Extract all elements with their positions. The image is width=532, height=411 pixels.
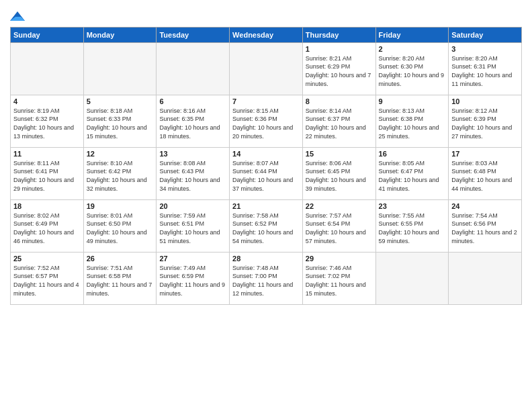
day-info: Sunrise: 8:20 AMSunset: 6:31 PMDaylight:… — [451, 54, 519, 88]
calendar-cell: 17Sunrise: 8:03 AMSunset: 6:48 PMDayligh… — [449, 147, 522, 199]
calendar-cell: 24Sunrise: 7:54 AMSunset: 6:56 PMDayligh… — [449, 199, 522, 252]
calendar-cell: 16Sunrise: 8:05 AMSunset: 6:47 PMDayligh… — [375, 147, 449, 199]
day-info: Sunrise: 7:51 AMSunset: 6:58 PMDaylight:… — [87, 264, 154, 298]
day-info: Sunrise: 7:46 AMSunset: 7:02 PMDaylight:… — [306, 264, 373, 298]
calendar-cell: 7Sunrise: 8:15 AMSunset: 6:36 PMDaylight… — [230, 95, 303, 147]
calendar-table: SundayMondayTuesdayWednesdayThursdayFrid… — [10, 27, 522, 305]
weekday-header-monday: Monday — [83, 27, 157, 42]
calendar-cell — [157, 42, 230, 95]
day-info: Sunrise: 8:21 AMSunset: 6:29 PMDaylight:… — [306, 54, 373, 88]
day-info: Sunrise: 7:55 AMSunset: 6:55 PMDaylight:… — [379, 212, 446, 245]
day-number: 26 — [87, 255, 154, 263]
day-number: 18 — [13, 202, 81, 210]
calendar-cell: 14Sunrise: 8:07 AMSunset: 6:44 PMDayligh… — [230, 147, 303, 199]
day-number: 17 — [451, 150, 519, 158]
day-info: Sunrise: 8:12 AMSunset: 6:39 PMDaylight:… — [451, 107, 519, 140]
day-number: 14 — [232, 150, 300, 158]
day-number: 1 — [306, 45, 373, 53]
day-info: Sunrise: 8:20 AMSunset: 6:30 PMDaylight:… — [379, 54, 446, 88]
day-info: Sunrise: 7:59 AMSunset: 6:51 PMDaylight:… — [159, 212, 226, 245]
day-info: Sunrise: 8:10 AMSunset: 6:42 PMDaylight:… — [87, 159, 154, 193]
day-number: 9 — [379, 97, 446, 105]
day-number: 27 — [159, 255, 226, 263]
day-info: Sunrise: 8:05 AMSunset: 6:47 PMDaylight:… — [379, 159, 446, 193]
calendar-cell: 13Sunrise: 8:08 AMSunset: 6:43 PMDayligh… — [157, 147, 230, 199]
day-info: Sunrise: 8:01 AMSunset: 6:50 PMDaylight:… — [87, 212, 154, 245]
day-number: 24 — [451, 202, 519, 210]
day-number: 23 — [379, 202, 446, 210]
day-info: Sunrise: 7:49 AMSunset: 6:59 PMDaylight:… — [159, 264, 226, 298]
calendar-cell — [230, 42, 303, 95]
week-row-4: 18Sunrise: 8:02 AMSunset: 6:49 PMDayligh… — [11, 199, 522, 252]
day-info: Sunrise: 8:08 AMSunset: 6:43 PMDaylight:… — [159, 159, 226, 193]
weekday-header-row: SundayMondayTuesdayWednesdayThursdayFrid… — [11, 27, 522, 42]
calendar-cell: 6Sunrise: 8:16 AMSunset: 6:35 PMDaylight… — [157, 95, 230, 147]
day-info: Sunrise: 7:52 AMSunset: 6:57 PMDaylight:… — [13, 264, 81, 298]
calendar-cell: 4Sunrise: 8:19 AMSunset: 6:32 PMDaylight… — [11, 95, 84, 147]
calendar-cell: 12Sunrise: 8:10 AMSunset: 6:42 PMDayligh… — [83, 147, 157, 199]
calendar-cell — [449, 252, 522, 304]
calendar-cell: 1Sunrise: 8:21 AMSunset: 6:29 PMDaylight… — [302, 42, 375, 95]
logo-icon — [10, 10, 25, 22]
calendar-cell: 21Sunrise: 7:58 AMSunset: 6:52 PMDayligh… — [230, 199, 303, 252]
week-row-3: 11Sunrise: 8:11 AMSunset: 6:41 PMDayligh… — [11, 147, 522, 199]
day-number: 19 — [87, 202, 154, 210]
day-info: Sunrise: 7:58 AMSunset: 6:52 PMDaylight:… — [232, 212, 300, 245]
calendar-cell: 20Sunrise: 7:59 AMSunset: 6:51 PMDayligh… — [157, 199, 230, 252]
day-number: 10 — [451, 97, 519, 105]
calendar-cell: 29Sunrise: 7:46 AMSunset: 7:02 PMDayligh… — [302, 252, 375, 304]
calendar-cell — [11, 42, 84, 95]
calendar-cell: 28Sunrise: 7:48 AMSunset: 7:00 PMDayligh… — [230, 252, 303, 304]
day-info: Sunrise: 8:11 AMSunset: 6:41 PMDaylight:… — [13, 159, 81, 193]
day-number: 21 — [232, 202, 300, 210]
calendar-container: SundayMondayTuesdayWednesdayThursdayFrid… — [0, 0, 532, 312]
weekday-header-friday: Friday — [375, 27, 449, 42]
day-number: 2 — [379, 45, 446, 53]
day-number: 13 — [159, 150, 226, 158]
calendar-cell: 3Sunrise: 8:20 AMSunset: 6:31 PMDaylight… — [449, 42, 522, 95]
day-number: 29 — [306, 255, 373, 263]
day-number: 5 — [87, 97, 154, 105]
calendar-cell: 2Sunrise: 8:20 AMSunset: 6:30 PMDaylight… — [375, 42, 449, 95]
day-number: 11 — [13, 150, 81, 158]
day-info: Sunrise: 7:54 AMSunset: 6:56 PMDaylight:… — [451, 212, 519, 245]
day-number: 16 — [379, 150, 446, 158]
calendar-cell: 15Sunrise: 8:06 AMSunset: 6:45 PMDayligh… — [302, 147, 375, 199]
calendar-cell: 8Sunrise: 8:14 AMSunset: 6:37 PMDaylight… — [302, 95, 375, 147]
calendar-cell: 5Sunrise: 8:18 AMSunset: 6:33 PMDaylight… — [83, 95, 157, 147]
logo — [10, 9, 26, 23]
day-number: 28 — [232, 255, 300, 263]
day-number: 15 — [306, 150, 373, 158]
calendar-cell: 27Sunrise: 7:49 AMSunset: 6:59 PMDayligh… — [157, 252, 230, 304]
calendar-cell: 26Sunrise: 7:51 AMSunset: 6:58 PMDayligh… — [83, 252, 157, 304]
calendar-cell — [375, 252, 449, 304]
day-info: Sunrise: 8:13 AMSunset: 6:38 PMDaylight:… — [379, 107, 446, 140]
day-number: 3 — [451, 45, 519, 53]
week-row-2: 4Sunrise: 8:19 AMSunset: 6:32 PMDaylight… — [11, 95, 522, 147]
calendar-cell: 22Sunrise: 7:57 AMSunset: 6:54 PMDayligh… — [302, 199, 375, 252]
weekday-header-thursday: Thursday — [302, 27, 375, 42]
calendar-cell: 18Sunrise: 8:02 AMSunset: 6:49 PMDayligh… — [11, 199, 84, 252]
day-number: 6 — [159, 97, 226, 105]
header — [10, 7, 522, 23]
calendar-cell — [83, 42, 157, 95]
day-info: Sunrise: 8:03 AMSunset: 6:48 PMDaylight:… — [451, 159, 519, 193]
day-info: Sunrise: 8:18 AMSunset: 6:33 PMDaylight:… — [87, 107, 154, 140]
day-info: Sunrise: 7:48 AMSunset: 7:00 PMDaylight:… — [232, 264, 300, 298]
weekday-header-sunday: Sunday — [11, 27, 84, 42]
day-number: 7 — [232, 97, 300, 105]
day-number: 12 — [87, 150, 154, 158]
day-number: 20 — [159, 202, 226, 210]
calendar-cell: 10Sunrise: 8:12 AMSunset: 6:39 PMDayligh… — [449, 95, 522, 147]
weekday-header-saturday: Saturday — [449, 27, 522, 42]
day-info: Sunrise: 8:19 AMSunset: 6:32 PMDaylight:… — [13, 107, 81, 140]
day-info: Sunrise: 8:16 AMSunset: 6:35 PMDaylight:… — [159, 107, 226, 140]
day-number: 4 — [13, 97, 81, 105]
week-row-1: 1Sunrise: 8:21 AMSunset: 6:29 PMDaylight… — [11, 42, 522, 95]
calendar-cell: 11Sunrise: 8:11 AMSunset: 6:41 PMDayligh… — [11, 147, 84, 199]
day-info: Sunrise: 8:02 AMSunset: 6:49 PMDaylight:… — [13, 212, 81, 245]
day-info: Sunrise: 8:15 AMSunset: 6:36 PMDaylight:… — [232, 107, 300, 140]
calendar-cell: 23Sunrise: 7:55 AMSunset: 6:55 PMDayligh… — [375, 199, 449, 252]
day-number: 25 — [13, 255, 81, 263]
day-number: 8 — [306, 97, 373, 105]
